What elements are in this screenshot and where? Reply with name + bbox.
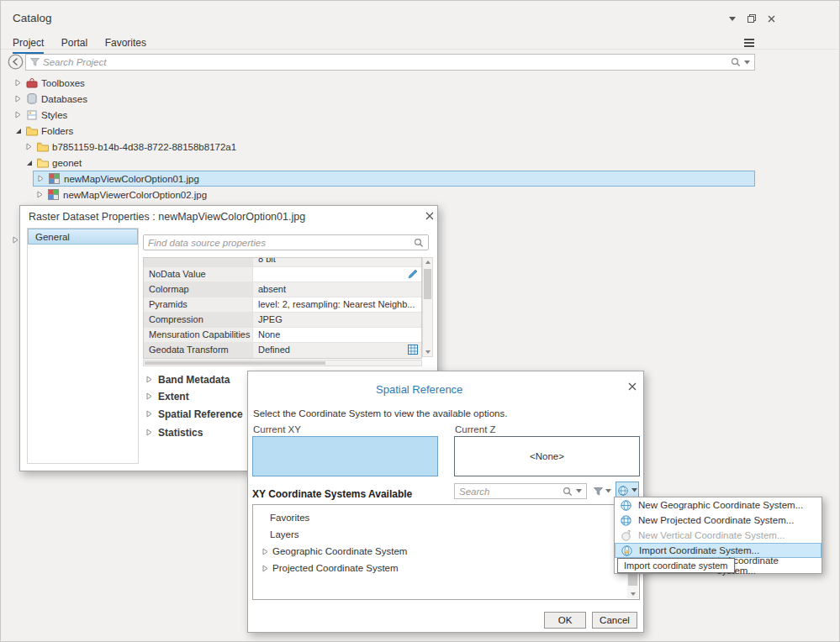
search-icon[interactable] bbox=[563, 487, 573, 497]
tree-item-label: newMapViewColorOption01.jpg bbox=[64, 174, 199, 184]
expander-collapsed-icon[interactable] bbox=[14, 79, 22, 87]
tree-item-folders[interactable]: Folders bbox=[1, 123, 840, 139]
transform-grid-icon[interactable] bbox=[408, 345, 418, 355]
section-label: Extent bbox=[158, 391, 189, 403]
tree-item-label: Databases bbox=[41, 94, 87, 104]
table-row[interactable]: Colormap absent bbox=[144, 282, 421, 297]
scroll-up-icon[interactable] bbox=[425, 260, 431, 264]
table-row[interactable]: Mensuration Capabilities None bbox=[144, 328, 421, 343]
table-row[interactable]: 8 bit bbox=[144, 258, 421, 267]
edit-pencil-icon[interactable] bbox=[408, 269, 418, 279]
close-icon[interactable] bbox=[425, 212, 434, 220]
tab-favorites[interactable]: Favorites bbox=[105, 37, 146, 52]
scrollbar-thumb[interactable] bbox=[145, 361, 325, 365]
tree-item-raster-02[interactable]: newMapViewerColorOption02.jpg bbox=[1, 187, 840, 203]
section-label: Band Metadata bbox=[158, 374, 230, 386]
close-icon[interactable] bbox=[628, 382, 637, 391]
tree-item-toolboxes[interactable]: Toolboxes bbox=[1, 75, 840, 91]
expander-expanded-icon[interactable] bbox=[25, 159, 33, 166]
tab-divider bbox=[1, 49, 840, 50]
project-search-input[interactable] bbox=[43, 57, 727, 67]
menu-item-new-geographic[interactable]: New Geographic Coordinate System... bbox=[615, 497, 822, 513]
globe-projected-icon bbox=[620, 514, 632, 527]
menu-icon[interactable] bbox=[744, 37, 754, 49]
section-band-metadata[interactable]: Band Metadata bbox=[145, 372, 230, 387]
expander-collapsed-icon[interactable] bbox=[262, 548, 269, 555]
dialog-title: Spatial Reference bbox=[376, 383, 462, 396]
window-controls bbox=[720, 13, 778, 24]
scroll-down-icon[interactable] bbox=[425, 350, 431, 354]
tree-item-raster-01-selected[interactable]: newMapViewColorOption01.jpg bbox=[33, 171, 755, 187]
expander-collapsed-icon[interactable] bbox=[36, 191, 44, 198]
scroll-down-icon[interactable] bbox=[631, 592, 636, 596]
filter-button[interactable] bbox=[591, 483, 613, 499]
window-title: Catalog bbox=[13, 12, 52, 24]
table-row[interactable]: Compression JPEG bbox=[144, 313, 421, 328]
horizontal-scrollbar[interactable] bbox=[143, 360, 422, 366]
vertical-scrollbar[interactable] bbox=[422, 257, 433, 357]
property-value: None bbox=[253, 328, 421, 342]
tab-project[interactable]: Project bbox=[13, 37, 44, 54]
current-z-box[interactable]: <None> bbox=[454, 436, 640, 476]
tree-item-styles[interactable]: Styles bbox=[1, 107, 840, 123]
expander-collapsed-icon[interactable] bbox=[14, 95, 22, 103]
coordinate-search[interactable] bbox=[454, 483, 587, 499]
tree-item-guid-folder[interactable]: b7851159-b14b-4d38-8722-88158b8172a1 bbox=[1, 139, 840, 155]
coordinate-search-input[interactable] bbox=[459, 487, 559, 497]
ok-button[interactable]: OK bbox=[544, 612, 586, 629]
coordinate-systems-list: Favorites Layers Geographic Coordinate S… bbox=[252, 504, 640, 600]
search-icon[interactable] bbox=[731, 57, 741, 67]
expander-collapsed-icon[interactable] bbox=[25, 143, 33, 150]
property-label: NoData Value bbox=[144, 267, 253, 282]
project-search[interactable] bbox=[25, 54, 755, 71]
expander-collapsed-icon[interactable] bbox=[262, 565, 269, 572]
property-label: Geodata Transform bbox=[144, 343, 253, 358]
property-label: Compression bbox=[144, 313, 253, 327]
back-button[interactable] bbox=[8, 54, 24, 70]
table-row[interactable]: Pyramids level: 2, resampling: Nearest N… bbox=[144, 297, 421, 313]
section-label: Spatial Reference bbox=[158, 408, 243, 420]
property-value: 8 bit bbox=[258, 258, 416, 264]
search-icon[interactable] bbox=[414, 238, 424, 248]
current-xy-box[interactable] bbox=[252, 436, 438, 476]
expander-collapsed-icon bbox=[145, 376, 153, 383]
sidebar-item-general[interactable]: General bbox=[28, 229, 138, 245]
tree-item-databases[interactable]: Databases bbox=[1, 91, 840, 107]
table-row[interactable]: NoData Value bbox=[144, 267, 421, 282]
table-row[interactable]: Geodata Transform Defined bbox=[144, 343, 421, 358]
current-xy-label: Current XY bbox=[253, 424, 301, 434]
globe-geographic-icon bbox=[620, 499, 632, 512]
menu-item-label: New Vertical Coordinate System... bbox=[638, 530, 785, 540]
list-item-layers[interactable]: Layers bbox=[253, 526, 639, 543]
section-extent[interactable]: Extent bbox=[145, 389, 189, 403]
menu-item-new-projected[interactable]: New Projected Coordinate System... bbox=[615, 513, 822, 528]
cancel-button[interactable]: Cancel bbox=[592, 612, 637, 629]
section-label: Statistics bbox=[158, 427, 203, 439]
expander-collapsed-icon[interactable] bbox=[37, 175, 45, 182]
section-spatial-reference[interactable]: Spatial Reference bbox=[145, 407, 260, 421]
tab-portal[interactable]: Portal bbox=[61, 37, 87, 52]
properties-search[interactable] bbox=[143, 234, 429, 250]
scrollbar-thumb[interactable] bbox=[424, 269, 431, 299]
expander-collapsed-icon[interactable] bbox=[14, 111, 22, 118]
search-dropdown-icon[interactable] bbox=[576, 489, 582, 493]
dock-chevron-icon[interactable] bbox=[726, 13, 739, 24]
styles-icon bbox=[25, 110, 38, 120]
restore-window-icon[interactable] bbox=[745, 13, 758, 24]
tree-item-geonet[interactable]: geonet bbox=[1, 155, 840, 171]
properties-search-input[interactable] bbox=[148, 238, 410, 248]
list-item-projected[interactable]: Projected Coordinate System bbox=[253, 560, 639, 576]
close-icon[interactable] bbox=[764, 13, 778, 24]
list-item-favorites[interactable]: Favorites bbox=[253, 509, 639, 526]
catalog-tree: Toolboxes Databases Styles Folders b7851… bbox=[1, 75, 840, 203]
section-statistics[interactable]: Statistics bbox=[145, 425, 203, 439]
tree-item-label: b7851159-b14b-4d38-8722-88158b8172a1 bbox=[52, 142, 236, 152]
tree-item-label: Toolboxes bbox=[41, 78, 85, 88]
list-item-geographic[interactable]: Geographic Coordinate System bbox=[253, 543, 639, 560]
property-value: absent bbox=[253, 282, 421, 297]
expander-expanded-icon[interactable] bbox=[14, 127, 22, 134]
search-dropdown-icon[interactable] bbox=[744, 61, 750, 65]
tree-expander-hidden-item[interactable] bbox=[12, 236, 19, 244]
search-scope-icon bbox=[30, 58, 40, 66]
spatial-reference-dialog: Spatial Reference Select the Coordinate … bbox=[247, 371, 644, 633]
